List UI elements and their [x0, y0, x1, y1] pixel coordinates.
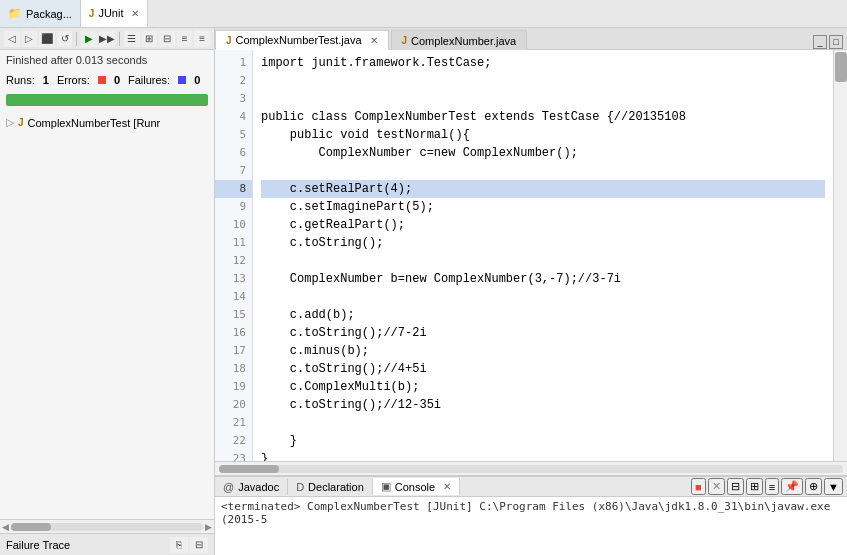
progress-fill [6, 94, 208, 106]
tab-javadoc-label: Javadoc [238, 481, 279, 493]
code-line-19[interactable]: c.ComplexMulti(b); [261, 378, 825, 396]
line-number-14: 14 [215, 288, 252, 306]
toolbar-run-all[interactable]: ▶▶ [99, 31, 115, 47]
tab-package-explorer[interactable]: 📁 Packag... [0, 0, 81, 27]
code-line-1[interactable]: import junit.framework.TestCase; [261, 54, 825, 72]
code-content[interactable]: import junit.framework.TestCase;public c… [253, 50, 833, 461]
runs-label: Runs: [6, 74, 35, 86]
console-terminate-btn[interactable]: ■ [691, 478, 706, 495]
scroll-track[interactable] [11, 523, 203, 531]
line-number-20: 20 [215, 396, 252, 414]
code-line-11[interactable]: c.toString(); [261, 234, 825, 252]
tab-package-label: Packag... [26, 8, 72, 20]
editor-hscroll-thumb[interactable] [219, 465, 279, 473]
tab-junit[interactable]: J JUnit ✕ [81, 0, 149, 27]
line-number-2: 2 [215, 72, 252, 90]
code-line-2[interactable] [261, 72, 825, 90]
tab-complex-test-icon: J [226, 35, 232, 46]
line-number-16: 16 [215, 324, 252, 342]
code-line-18[interactable]: c.toString();//4+5i [261, 360, 825, 378]
tab-complex-test-close[interactable]: ✕ [370, 35, 378, 46]
toolbar-filter[interactable]: ⊟ [159, 31, 175, 47]
code-line-7[interactable] [261, 162, 825, 180]
code-line-21[interactable] [261, 414, 825, 432]
failure-copy-btn[interactable]: ⎘ [170, 537, 188, 553]
tab-junit-label: JUnit [98, 7, 123, 19]
sep1 [76, 32, 77, 46]
tab-javadoc[interactable]: @ Javadoc [215, 479, 288, 495]
failure-filter-btn[interactable]: ⊟ [190, 537, 208, 553]
code-line-23[interactable]: } [261, 450, 825, 461]
line-number-17: 17 [215, 342, 252, 360]
package-icon: 📁 [8, 7, 22, 20]
code-line-4[interactable]: public class ComplexNumberTest extends T… [261, 108, 825, 126]
status-text: Finished after 0.013 seconds [0, 50, 214, 70]
editor-minimize-btn[interactable]: _ [813, 35, 827, 49]
toolbar-rerun-failed[interactable]: ↺ [57, 31, 73, 47]
toolbar-options[interactable]: ≡ [194, 31, 210, 47]
toolbar-run[interactable]: ▶ [81, 31, 97, 47]
code-line-16[interactable]: c.toString();//7-2i [261, 324, 825, 342]
test-item-complex[interactable]: ▷ J ComplexNumberTest [Runr [6, 114, 208, 131]
tab-console-close[interactable]: ✕ [443, 481, 451, 492]
junit-icon: J [89, 8, 95, 19]
bottom-toolbar: ■ ✕ ⊟ ⊞ ≡ 📌 ⊕ ▼ [691, 478, 847, 495]
toolbar-stop[interactable]: ⬛ [39, 31, 55, 47]
editor-maximize-btn[interactable]: □ [829, 35, 843, 49]
console-text: <terminated> ComplexNumberTest [JUnit] C… [221, 500, 830, 526]
code-line-17[interactable]: c.minus(b); [261, 342, 825, 360]
line-number-12: 12 [215, 252, 252, 270]
console-options-btn[interactable]: ▼ [824, 478, 843, 495]
tab-complex-number[interactable]: J ComplexNumber.java [391, 30, 528, 50]
line-number-15: 15 [215, 306, 252, 324]
tab-declaration-label: Declaration [308, 481, 364, 493]
console-clear-btn[interactable]: ⊟ [727, 478, 744, 495]
code-line-12[interactable] [261, 252, 825, 270]
console-new-btn[interactable]: ⊕ [805, 478, 822, 495]
javadoc-icon: @ [223, 481, 234, 493]
toolbar-forward[interactable]: ▷ [22, 31, 38, 47]
toolbar-back[interactable]: ◁ [4, 31, 20, 47]
code-line-15[interactable]: c.add(b); [261, 306, 825, 324]
console-scroll-lock-btn[interactable]: ⊞ [746, 478, 763, 495]
scroll-right-btn[interactable]: ▶ [205, 522, 212, 532]
line-number-21: 21 [215, 414, 252, 432]
editor-vscroll[interactable] [833, 50, 847, 461]
toolbar-history[interactable]: ☰ [124, 31, 140, 47]
tab-complex-test[interactable]: J ComplexNumberTest.java ✕ [215, 30, 389, 50]
error-icon [98, 74, 106, 86]
console-word-wrap-btn[interactable]: ≡ [765, 478, 779, 495]
line-number-6: 6 [215, 144, 252, 162]
code-line-13[interactable]: ComplexNumber b=new ComplexNumber(3,-7);… [261, 270, 825, 288]
tab-console[interactable]: ▣ Console ✕ [373, 478, 460, 495]
progress-bar [6, 94, 208, 106]
code-line-10[interactable]: c.getRealPart(); [261, 216, 825, 234]
code-line-14[interactable] [261, 288, 825, 306]
tab-declaration[interactable]: D Declaration [288, 479, 373, 495]
toolbar-layout[interactable]: ⊞ [142, 31, 158, 47]
runs-row: Runs: 1 Errors: 0 Failures: 0 [0, 70, 214, 90]
junit-test-icon: J [18, 117, 24, 128]
code-line-22[interactable]: } [261, 432, 825, 450]
bottom-tab-bar: @ Javadoc D Declaration ▣ Console ✕ ■ [215, 477, 847, 497]
line-numbers: 123456789101112131415161718192021222324 [215, 50, 253, 461]
code-line-9[interactable]: c.setImaginePart(5); [261, 198, 825, 216]
scroll-thumb[interactable] [11, 523, 51, 531]
console-pin-btn[interactable]: 📌 [781, 478, 803, 495]
editor-vscroll-thumb[interactable] [835, 52, 847, 82]
code-line-3[interactable] [261, 90, 825, 108]
code-line-5[interactable]: public void testNormal(){ [261, 126, 825, 144]
line-number-3: 3 [215, 90, 252, 108]
editor-hscroll[interactable] [215, 461, 847, 475]
console-icon: ▣ [381, 480, 391, 493]
toolbar-scroll[interactable]: ≡ [177, 31, 193, 47]
scroll-left-btn[interactable]: ◀ [2, 522, 9, 532]
failure-trace-buttons: ⎘ ⊟ [170, 537, 208, 553]
code-line-6[interactable]: ComplexNumber c=new ComplexNumber(); [261, 144, 825, 162]
tab-junit-close[interactable]: ✕ [131, 8, 139, 19]
console-remove-btn[interactable]: ✕ [708, 478, 725, 495]
left-scrollbar[interactable]: ◀ ▶ [0, 519, 214, 533]
line-number-19: 19 [215, 378, 252, 396]
code-line-20[interactable]: c.toString();//12-35i [261, 396, 825, 414]
code-line-8[interactable]: c.setRealPart(4); [261, 180, 825, 198]
